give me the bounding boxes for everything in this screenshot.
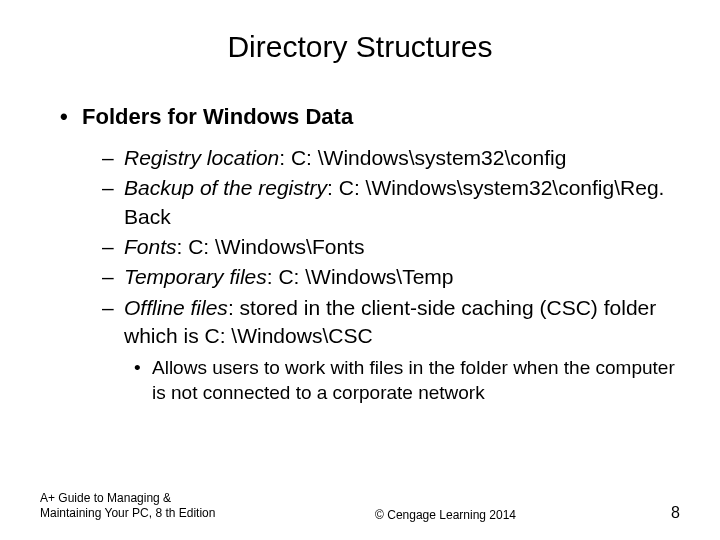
item-label: Registry location <box>124 146 279 169</box>
subsub-list: •Allows users to work with files in the … <box>134 356 680 405</box>
list-item: –Backup of the registry: C: \Windows\sys… <box>102 174 680 231</box>
footer: A+ Guide to Managing & Maintaining Your … <box>40 491 680 522</box>
item-value: : C: \Windows\Temp <box>267 265 454 288</box>
item-value: : C: \Windows\Fonts <box>177 235 365 258</box>
item-value: : C: \Windows\system32\config <box>279 146 566 169</box>
footer-left: A+ Guide to Managing & Maintaining Your … <box>40 491 220 522</box>
list-item: –Temporary files: C: \Windows\Temp <box>102 263 680 291</box>
item-label: Offline files <box>124 296 228 319</box>
item-label: Fonts <box>124 235 177 258</box>
sub-list: –Registry location: C: \Windows\system32… <box>102 144 680 406</box>
main-bullet: Folders for Windows Data <box>60 104 680 130</box>
list-item: •Allows users to work with files in the … <box>134 356 680 405</box>
slide-title: Directory Structures <box>40 30 680 64</box>
page-number: 8 <box>671 504 680 522</box>
footer-center: © Cengage Learning 2014 <box>220 508 671 522</box>
list-item: –Fonts: C: \Windows\Fonts <box>102 233 680 261</box>
list-item: –Offline files: stored in the client-sid… <box>102 294 680 351</box>
list-item: –Registry location: C: \Windows\system32… <box>102 144 680 172</box>
subsub-text: Allows users to work with files in the f… <box>152 357 675 403</box>
item-label: Backup of the registry <box>124 176 327 199</box>
item-label: Temporary files <box>124 265 267 288</box>
